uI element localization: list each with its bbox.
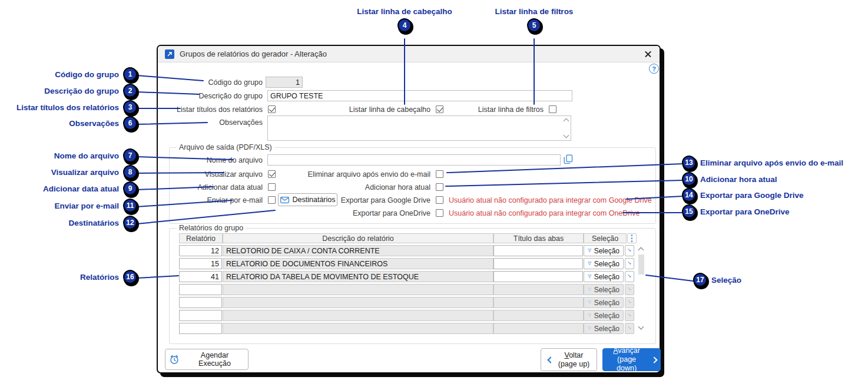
row6-selecao-button: Seleção — [584, 310, 624, 321]
annotation-label: Código do grupo — [55, 70, 119, 79]
annotation-label: Descrição do grupo — [44, 87, 119, 95]
annotation-badge: 3 — [123, 100, 137, 114]
row3-relatorio-field[interactable] — [179, 271, 222, 282]
row7-relatorio-field[interactable] — [179, 323, 222, 334]
annotation-label: Visualizar arquivo — [51, 168, 119, 177]
row2-relatorio-field[interactable] — [179, 258, 222, 269]
annotation-exportar-onedrive: 15 Exportar para OneDrive — [682, 204, 790, 219]
selecao-button-label: Seleção — [594, 325, 619, 333]
annotation-badge: 11 — [123, 199, 137, 213]
chevron-down-icon — [628, 313, 631, 316]
nome-do-arquivo-field[interactable] — [267, 154, 561, 166]
col-header-titulo-abas[interactable]: Título das abas — [493, 233, 584, 243]
exportar-google-checkbox[interactable] — [436, 196, 443, 204]
grid-menu-button[interactable] — [627, 233, 637, 243]
annotation-badge: 2 — [123, 84, 137, 98]
observacoes-field[interactable] — [267, 115, 571, 141]
annotation-label: Listar títulos dos relatórios — [16, 103, 119, 112]
observacoes-label: Observações — [219, 118, 263, 127]
selecao-button-label: Seleção — [594, 260, 619, 268]
row5-relatorio-field[interactable] — [179, 297, 222, 308]
annotation-label: Adicionar data atual — [43, 184, 119, 193]
descricao-do-grupo-field[interactable] — [267, 90, 572, 101]
selecao-button-label: Seleção — [594, 247, 619, 255]
annotation-badge: 17 — [693, 273, 707, 287]
listar-titulos-label: Listar títulos dos relatórios — [177, 105, 263, 114]
close-icon[interactable] — [644, 49, 652, 58]
annotation-badge: 15 — [682, 204, 696, 219]
enviar-email-checkbox[interactable] — [268, 196, 276, 204]
annotation-label: Enviar por e-mail — [54, 201, 119, 210]
visualizar-arquivo-checkbox[interactable] — [268, 170, 276, 178]
row3-selecao-button[interactable]: Seleção — [584, 271, 624, 282]
row1-relatorio-field[interactable] — [179, 245, 222, 256]
row7-selecao-button: Seleção — [584, 323, 624, 334]
row2-selecao-dropdown[interactable] — [625, 258, 634, 269]
funnel-icon — [588, 260, 592, 267]
annotation-label: Exportar para OneDrive — [700, 207, 790, 216]
annotation-badge: 13 — [682, 156, 696, 170]
row2-descricao: RELATORIO DE DOCUMENTOS FINANCEIROS — [223, 258, 493, 269]
listar-titulos-checkbox[interactable] — [268, 105, 276, 113]
adicionar-hora-checkbox[interactable] — [436, 183, 443, 191]
destinatarios-button-label: Destinatários — [293, 196, 336, 204]
row4-selecao-button: Seleção — [584, 284, 624, 295]
row3-titulo-abas-field[interactable] — [493, 271, 583, 282]
row4-selecao-dropdown — [625, 284, 634, 295]
nome-do-arquivo-label: Nome do arquivo — [207, 156, 263, 164]
row4-relatorio-field[interactable] — [179, 284, 222, 295]
selecao-button-label: Seleção — [594, 299, 619, 307]
row1-titulo-abas-field[interactable] — [493, 245, 583, 256]
eliminar-arquivo-checkbox[interactable] — [436, 170, 443, 178]
annotation-observacoes: Observações 6 — [69, 116, 137, 130]
destinatarios-button[interactable]: Destinatários — [278, 193, 337, 206]
grid-scrollbar-thumb[interactable] — [638, 255, 644, 275]
row7-selecao-dropdown — [625, 323, 634, 334]
descricao-do-grupo-label: Descrição do grupo — [199, 92, 263, 100]
voltar-sublabel: (page up) — [558, 360, 590, 369]
annotation-badge: 7 — [123, 148, 137, 163]
selecao-button-label: Seleção — [594, 273, 619, 281]
annotation-destinatarios: Destinatários 12 — [68, 216, 137, 230]
agendar-execucao-button[interactable]: Agendar Execução — [165, 349, 249, 370]
row1-selecao-button[interactable]: Seleção — [584, 245, 624, 256]
row2-selecao-button[interactable]: Seleção — [584, 258, 624, 269]
copy-icon[interactable] — [564, 154, 573, 167]
row6-relatorio-field[interactable] — [179, 310, 222, 321]
chevron-right-icon — [651, 356, 657, 363]
annotation-adicionar-data-atual: Adicionar data atual 9 — [43, 181, 137, 196]
listar-filtros-checkbox[interactable] — [549, 105, 556, 113]
row2-titulo-abas-field[interactable] — [493, 258, 583, 269]
selecao-button-label: Seleção — [594, 286, 619, 294]
annotation-listar-linha-cabecalho: Listar linha de cabeçalho 4 — [334, 7, 475, 32]
adicionar-data-checkbox[interactable] — [268, 183, 276, 191]
avancar-button[interactable]: Avançar (page down) — [602, 348, 661, 371]
vertical-dots-icon — [631, 237, 632, 239]
google-warning-text: Usuário atual não configurado para integ… — [449, 196, 652, 204]
annotation-badge: 8 — [123, 165, 137, 179]
voltar-button[interactable]: Voltar (page up) — [541, 348, 597, 371]
row3-selecao-dropdown[interactable] — [625, 271, 634, 282]
col-header-relatorio[interactable]: Relatório — [179, 233, 223, 243]
annotation-badge: 12 — [123, 216, 137, 230]
row3-descricao: RELATORIO DA TABELA DE MOVIMENTO DE ESTO… — [223, 271, 493, 282]
annotation-codigo-do-grupo: Código do grupo 1 — [55, 67, 137, 81]
listar-cabecalho-checkbox[interactable] — [436, 105, 443, 113]
funnel-icon — [588, 286, 592, 293]
annotation-adicionar-hora-atual: 10 Adicionar hora atual — [682, 172, 777, 186]
exportar-onedrive-checkbox[interactable] — [436, 209, 443, 217]
listar-filtros-label: Listar linha de filtros — [478, 105, 544, 114]
chevron-down-icon — [628, 274, 631, 277]
annotation-listar-linha-filtros: Listar linha de filtros 5 — [463, 7, 605, 32]
annotation-badge: 14 — [682, 188, 696, 202]
col-header-selecao[interactable]: Seleção — [584, 233, 627, 243]
row1-selecao-dropdown[interactable] — [625, 245, 634, 256]
annotation-badge: 10 — [682, 172, 696, 186]
help-icon[interactable]: ? — [649, 64, 659, 74]
row5-selecao-dropdown — [625, 297, 634, 308]
dialog-grupos-relatorios: Grupos de relatórios do gerador - Altera… — [157, 45, 661, 374]
col-header-descricao[interactable]: Descrição do relatório — [223, 233, 493, 243]
row6-selecao-dropdown — [625, 310, 634, 321]
annotation-listar-titulos: Listar títulos dos relatórios 3 — [16, 100, 137, 114]
annotation-badge: 16 — [123, 270, 137, 284]
